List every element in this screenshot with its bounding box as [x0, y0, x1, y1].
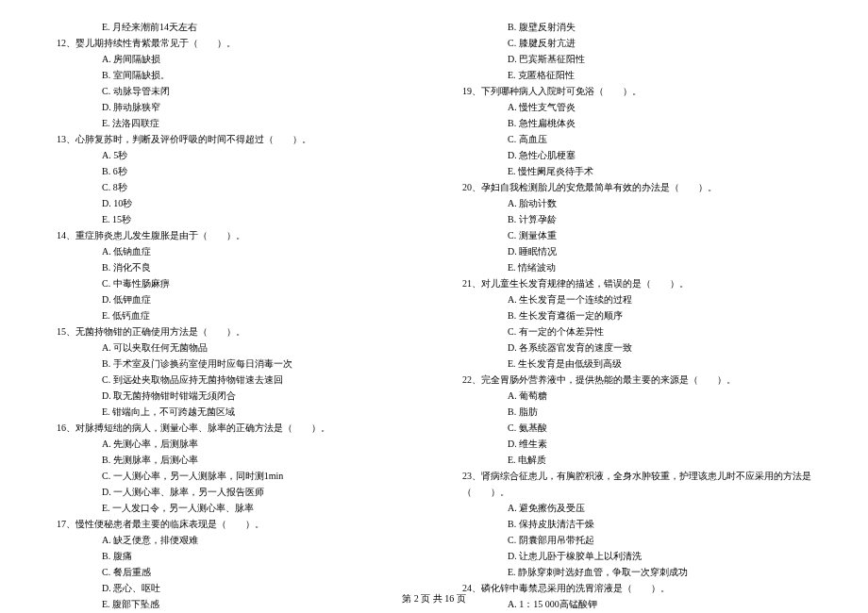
q12-option-a: A. 房间隔缺损 [47, 51, 415, 67]
question-22: 22、完全胃肠外营养液中，提供热能的最主要的来源是（ ）。 [453, 372, 821, 388]
q17-option-a: A. 缺乏便意，排便艰难 [47, 532, 415, 548]
q22-option-b: B. 脂肪 [453, 404, 821, 420]
q16-option-c: C. 一人测心率，另一人测脉率，同时测1min [47, 468, 415, 484]
q15-option-c: C. 到远处夹取物品应持无菌持物钳速去速回 [47, 372, 415, 388]
q14-option-a: A. 低钠血症 [47, 243, 415, 259]
question-23: 23、肾病综合征患儿，有胸腔积液，全身水肿较重，护理该患儿时不应采用的方法是（ … [453, 468, 821, 500]
q20-option-a: A. 胎动计数 [453, 195, 821, 211]
q18-option-c: C. 膝腱反射亢进 [453, 35, 821, 51]
q21-option-b: B. 生长发育遵循一定的顺序 [453, 307, 821, 323]
q15-option-d: D. 取无菌持物钳时钳端无须闭合 [47, 388, 415, 404]
q21-option-c: C. 有一定的个体差异性 [453, 323, 821, 340]
q12-option-c: C. 动脉导管未闭 [47, 83, 415, 99]
q16-option-b: B. 先测脉率，后测心率 [47, 452, 415, 468]
q21-option-a: A. 生长发育是一个连续的过程 [453, 291, 821, 307]
q15-option-e: E. 钳端向上，不可跨越无菌区域 [47, 404, 415, 420]
question-14: 14、重症肺炎患儿发生腹胀是由于（ ）。 [47, 227, 415, 243]
q16-option-d: D. 一人测心率、脉率，另一人报告医师 [47, 484, 415, 500]
q14-option-d: D. 低钾血症 [47, 291, 415, 307]
question-15: 15、无菌持物钳的正确使用方法是（ ）。 [47, 323, 415, 340]
page-footer: 第 2 页 共 16 页 [0, 592, 868, 605]
q14-option-b: B. 消化不良 [47, 259, 415, 275]
right-column: B. 腹壁反射消失 C. 膝腱反射亢进 D. 巴宾斯基征阳性 E. 克匿格征阳性… [453, 19, 821, 613]
q12-option-b: B. 室间隔缺损。 [47, 67, 415, 83]
q20-option-d: D. 睡眠情况 [453, 243, 821, 259]
q19-option-e: E. 慢性阑尾炎待手术 [453, 163, 821, 179]
q13-option-c: C. 8秒 [47, 179, 415, 195]
left-column: E. 月经来潮前14天左右 12、婴儿期持续性青紫最常见于（ ）。 A. 房间隔… [47, 19, 415, 613]
q13-option-e: E. 15秒 [47, 211, 415, 227]
q16-option-a: A. 先测心率，后测脉率 [47, 436, 415, 452]
q21-option-e: E. 生长发育是由低级到高级 [453, 356, 821, 372]
q22-option-c: C. 氨基酸 [453, 420, 821, 436]
q19-option-c: C. 高血压 [453, 131, 821, 147]
q19-option-b: B. 急性扁桃体炎 [453, 115, 821, 131]
question-13: 13、心肺复苏时，判断及评价呼吸的时间不得超过（ ）。 [47, 131, 415, 147]
q23-option-c: C. 阴囊部用吊带托起 [453, 532, 821, 548]
q23-option-a: A. 避免擦伤及受压 [453, 500, 821, 516]
q22-option-d: D. 维生素 [453, 436, 821, 452]
q22-option-a: A. 葡萄糖 [453, 388, 821, 404]
q14-option-c: C. 中毒性肠麻痹 [47, 275, 415, 291]
q23-option-b: B. 保持皮肤清洁干燥 [453, 516, 821, 532]
q21-option-d: D. 各系统器官发育的速度一致 [453, 340, 821, 356]
question-12: 12、婴儿期持续性青紫最常见于（ ）。 [47, 35, 415, 51]
q12-option-e: E. 法洛四联症 [47, 115, 415, 131]
q23-option-d: D. 让患儿卧于橡胶单上以利清洗 [453, 548, 821, 564]
q22-option-e: E. 电解质 [453, 452, 821, 468]
q18-option-e: E. 克匿格征阳性 [453, 67, 821, 83]
question-20: 20、孕妇自我检测胎儿的安危最简单有效的办法是（ ）。 [453, 179, 821, 195]
q13-option-a: A. 5秒 [47, 147, 415, 163]
q19-option-d: D. 急性心肌梗塞 [453, 147, 821, 163]
q13-option-b: B. 6秒 [47, 163, 415, 179]
q17-option-b: B. 腹痛 [47, 548, 415, 564]
q17-option-c: C. 餐后重感 [47, 564, 415, 580]
question-17: 17、慢性便秘患者最主要的临床表现是（ ）。 [47, 516, 415, 532]
q15-option-b: B. 手术室及门诊换药室使用时应每日消毒一次 [47, 356, 415, 372]
q14-option-e: E. 低钙血症 [47, 307, 415, 323]
question-16: 16、对脉搏短绌的病人，测量心率、脉率的正确方法是（ ）。 [47, 420, 415, 436]
q18-option-d: D. 巴宾斯基征阳性 [453, 51, 821, 67]
q15-option-a: A. 可以夹取任何无菌物品 [47, 340, 415, 356]
q20-option-e: E. 情绪波动 [453, 259, 821, 275]
q23-option-e: E. 静脉穿刺时选好血管，争取一次穿刺成功 [453, 564, 821, 580]
q18-option-b: B. 腹壁反射消失 [453, 19, 821, 35]
q13-option-d: D. 10秒 [47, 195, 415, 211]
question-19: 19、下列哪种病人入院时可免浴（ ）。 [453, 83, 821, 99]
q20-option-c: C. 测量体重 [453, 227, 821, 243]
q16-option-e: E. 一人发口令，另一人测心率、脉率 [47, 500, 415, 516]
q19-option-a: A. 慢性支气管炎 [453, 99, 821, 115]
q12-option-d: D. 肺动脉狭窄 [47, 99, 415, 115]
question-21: 21、对儿童生长发育规律的描述，错误的是（ ）。 [453, 275, 821, 291]
option-e: E. 月经来潮前14天左右 [47, 19, 415, 35]
q20-option-b: B. 计算孕龄 [453, 211, 821, 227]
